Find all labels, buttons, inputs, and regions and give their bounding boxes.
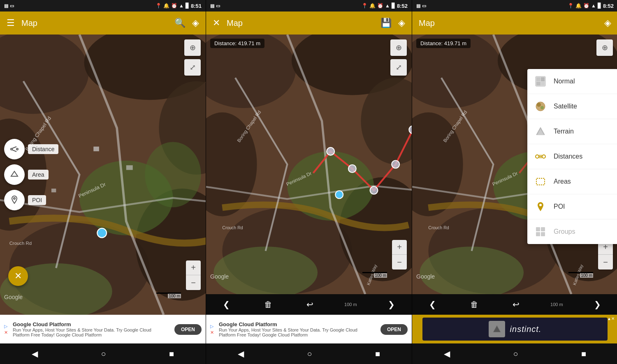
app-title-3: Map bbox=[419, 18, 598, 28]
zoom-out-btn-3[interactable]: − bbox=[598, 255, 613, 270]
bottom-toolbar-3: ❮ 🗑 ↩ 100 m ❯ bbox=[412, 294, 617, 315]
svg-point-67 bbox=[540, 106, 544, 109]
svg-point-34 bbox=[370, 187, 378, 194]
map-area-3[interactable]: Boring Chapel Rd Peninsula Dr Crouch Rd … bbox=[412, 35, 617, 294]
zoom-controls-1: + − bbox=[186, 260, 201, 290]
square-icon-small: ▭ bbox=[10, 3, 14, 9]
scale-bar-3: 100 m bbox=[568, 272, 593, 278]
toolbar-prev-3[interactable]: ❮ bbox=[426, 296, 439, 313]
location-btn-3[interactable]: ⊕ bbox=[596, 39, 613, 56]
zoom-in-btn-1[interactable]: + bbox=[186, 260, 201, 275]
nav-home-3[interactable]: ○ bbox=[505, 346, 526, 362]
scale-label-1: 100 m bbox=[168, 294, 181, 298]
panel-3: ▤ ▭ 📍 🔔 ⏰ ▲ ▊ 8:52 Map ◈ bbox=[412, 0, 617, 364]
dropdown-item-groups[interactable]: Groups bbox=[527, 219, 617, 244]
poi-label: POI bbox=[554, 203, 565, 210]
layers-button-1[interactable]: ◈ bbox=[192, 18, 199, 28]
toolbar-undo-2[interactable]: ↩ bbox=[303, 296, 317, 313]
app-title-2: Map bbox=[227, 18, 374, 28]
ad-open-btn-1[interactable]: OPEN bbox=[174, 324, 202, 335]
fullscreen-btn-2[interactable]: ⤢ bbox=[390, 59, 407, 76]
poi-tool-btn[interactable] bbox=[4, 190, 25, 210]
svg-text:Crouch Rd: Crouch Rd bbox=[9, 241, 32, 246]
dropdown-item-poi[interactable]: POI bbox=[527, 194, 617, 219]
fab-close-1[interactable]: ✕ bbox=[8, 266, 28, 286]
zoom-in-btn-2[interactable]: + bbox=[392, 240, 407, 255]
dropdown-item-distances[interactable]: Distances bbox=[527, 144, 617, 169]
ad-subtitle-1: Run Your Apps, Host Your Sites & Store Y… bbox=[13, 327, 171, 332]
close-button-2[interactable]: ✕ bbox=[213, 18, 220, 28]
svg-marker-21 bbox=[11, 171, 18, 176]
status-right-icons: 📍 🔔 ⏰ ▲ ▊ 8:51 bbox=[155, 3, 202, 9]
square-icon-2: ▭ bbox=[216, 3, 220, 9]
ad-open-btn-2[interactable]: OPEN bbox=[380, 324, 408, 335]
status-left-icons: ▤ ▭ bbox=[4, 3, 14, 9]
svg-rect-62 bbox=[541, 77, 545, 81]
menu-button-1[interactable]: ☰ bbox=[7, 18, 15, 28]
alarm-icon: ⏰ bbox=[171, 3, 177, 9]
scale-bar-2: 100 m bbox=[362, 272, 387, 278]
map-controls-right-1: ⊕ ⤢ bbox=[184, 39, 201, 76]
scale-label-3: 100 m bbox=[580, 273, 593, 278]
toolbar-prev-2[interactable]: ❮ bbox=[220, 296, 233, 313]
ad-icons-1: ▷ ✕ bbox=[4, 324, 8, 335]
toolbar-next-2[interactable]: ❯ bbox=[385, 296, 398, 313]
svg-point-65 bbox=[536, 102, 545, 111]
area-tool-row: Area bbox=[4, 164, 58, 185]
area-tool-label: Area bbox=[28, 170, 49, 180]
svg-point-37 bbox=[335, 191, 343, 198]
ad-icon-x-2: ✕ bbox=[210, 330, 214, 335]
ad-icon-x: ✕ bbox=[4, 330, 8, 335]
svg-rect-79 bbox=[536, 232, 540, 236]
nav-home-2[interactable]: ○ bbox=[299, 346, 320, 362]
poi-icon bbox=[534, 200, 547, 213]
area-tool-btn[interactable] bbox=[4, 164, 25, 185]
dropdown-item-areas[interactable]: Areas bbox=[527, 169, 617, 194]
ad-title-2: Google Cloud Platform bbox=[219, 321, 377, 327]
ad-icons-2: ▷ ✕ bbox=[210, 324, 214, 335]
search-button-1[interactable]: 🔍 bbox=[174, 18, 186, 28]
map-controls-right-2: ⊕ ⤢ bbox=[390, 39, 407, 76]
svg-text:Crouch Rd: Crouch Rd bbox=[222, 225, 243, 230]
svg-line-20 bbox=[12, 150, 16, 152]
signal-icon-2: ▊ bbox=[392, 3, 395, 9]
google-watermark-3: Google bbox=[416, 273, 435, 280]
nav-back-3[interactable]: ◀ bbox=[436, 346, 458, 362]
toolbar-next-3[interactable]: ❯ bbox=[591, 296, 604, 313]
dropdown-item-normal[interactable]: Normal bbox=[527, 69, 617, 94]
distance-tool-label: Distance bbox=[28, 144, 58, 154]
location-btn-2[interactable]: ⊕ bbox=[390, 39, 407, 56]
location-btn-1[interactable]: ⊕ bbox=[184, 39, 201, 56]
toolbar-delete-2[interactable]: 🗑 bbox=[261, 297, 276, 313]
svg-rect-13 bbox=[93, 147, 99, 151]
layers-button-2[interactable]: ◈ bbox=[398, 18, 405, 28]
nav-back-1[interactable]: ◀ bbox=[23, 346, 46, 362]
ad-icon-arrow-2: ▷ bbox=[210, 324, 213, 329]
nav-home-1[interactable]: ○ bbox=[93, 346, 114, 362]
map-controls-right-3: ⊕ bbox=[596, 39, 613, 56]
nav-square-3[interactable]: ■ bbox=[573, 346, 594, 362]
status-right-2: 📍 🔔 ⏰ ▲ ▊ 8:52 bbox=[362, 3, 408, 9]
map-area-1[interactable]: Boring Chapel Rd Peninsula Dr Crouch Rd … bbox=[0, 35, 206, 315]
distance-tool-btn[interactable] bbox=[4, 139, 25, 159]
dropdown-item-terrain[interactable]: Terrain bbox=[527, 119, 617, 144]
layers-button-3[interactable]: ◈ bbox=[604, 18, 611, 28]
menu-icon-small: ▤ bbox=[4, 3, 8, 9]
dropdown-item-satellite[interactable]: Satellite bbox=[527, 94, 617, 119]
save-button-2[interactable]: 💾 bbox=[380, 18, 392, 28]
time-display-2: 8:52 bbox=[397, 3, 408, 9]
toolbar-undo-3[interactable]: ↩ bbox=[509, 296, 523, 313]
nav-square-1[interactable]: ■ bbox=[161, 346, 182, 362]
toolbar-delete-3[interactable]: 🗑 bbox=[467, 297, 482, 313]
map-area-2[interactable]: Boring Chapel Rd Peninsula Dr Crouch Rd … bbox=[206, 35, 412, 294]
scale-mid-3: 100 m bbox=[550, 302, 563, 307]
ad-close-3[interactable]: ▲✕ bbox=[607, 316, 615, 321]
zoom-out-btn-2[interactable]: − bbox=[392, 255, 407, 270]
status-bar-3: ▤ ▭ 📍 🔔 ⏰ ▲ ▊ 8:52 bbox=[412, 0, 617, 12]
google-watermark-1: Google bbox=[4, 294, 23, 300]
fullscreen-btn-1[interactable]: ⤢ bbox=[184, 59, 201, 76]
nav-square-2[interactable]: ■ bbox=[367, 346, 388, 362]
zoom-out-btn-1[interactable]: − bbox=[186, 275, 201, 290]
nav-back-2[interactable]: ◀ bbox=[230, 346, 252, 362]
svg-point-35 bbox=[348, 165, 356, 173]
